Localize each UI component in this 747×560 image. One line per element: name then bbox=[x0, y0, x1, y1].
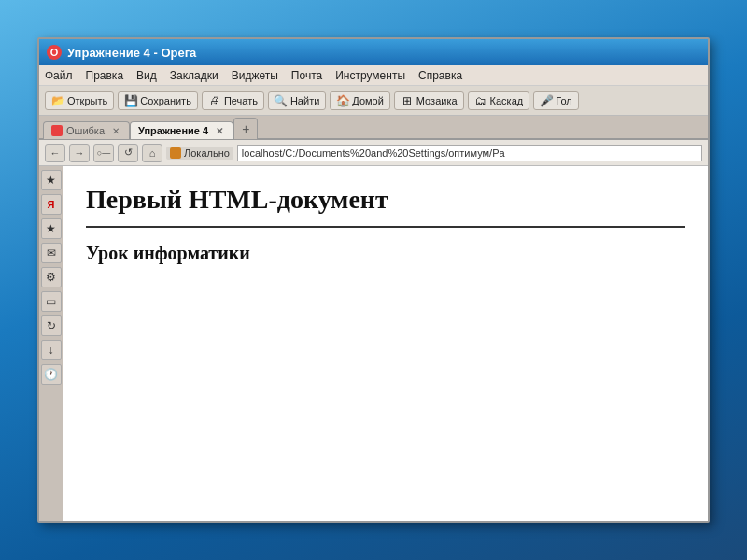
mosaic-button[interactable]: ⊞ Мозаика bbox=[394, 91, 464, 110]
menu-tools[interactable]: Инструменты bbox=[335, 69, 405, 82]
open-button[interactable]: 📂 Открыть bbox=[45, 91, 114, 110]
search-icon: 🔍 bbox=[275, 94, 288, 107]
sidebar-btn-settings[interactable]: ⚙ bbox=[41, 267, 62, 287]
main-area: ★ Я ★ ✉ ⚙ ▭ ↻ ↓ 🕐 Первый HTML-документ У… bbox=[39, 166, 708, 521]
mosaic-icon: ⊞ bbox=[401, 94, 414, 107]
tab-close-exercise[interactable]: ✕ bbox=[216, 126, 223, 136]
toolbar: 📂 Открыть 💾 Сохранить 🖨 Печать 🔍 Найти 🏠… bbox=[39, 86, 708, 116]
tab-exercise[interactable]: Упражнение 4 ✕ bbox=[130, 121, 233, 139]
side-panel: ★ Я ★ ✉ ⚙ ▭ ↻ ↓ 🕐 bbox=[39, 166, 63, 521]
sidebar-btn-favorites[interactable]: ★ bbox=[41, 218, 62, 239]
save-button[interactable]: 💾 Сохранить bbox=[118, 91, 198, 110]
print-icon: 🖨 bbox=[208, 94, 221, 107]
save-icon: 💾 bbox=[124, 94, 137, 107]
page-heading: Первый HTML-документ bbox=[86, 185, 685, 215]
tab-close-error[interactable]: ✕ bbox=[112, 126, 120, 136]
back-button[interactable]: ← bbox=[45, 144, 65, 162]
menu-help[interactable]: Справка bbox=[418, 69, 462, 82]
open-icon: 📂 bbox=[51, 94, 64, 107]
sidebar-btn-sync[interactable]: ↻ bbox=[41, 315, 62, 336]
lock-button[interactable]: ○— bbox=[93, 144, 114, 162]
cascade-button[interactable]: 🗂 Каскад bbox=[468, 91, 530, 110]
sidebar-btn-panel[interactable]: ▭ bbox=[41, 291, 62, 312]
sidebar-btn-mail[interactable]: ✉ bbox=[41, 243, 62, 263]
print-button[interactable]: 🖨 Печать bbox=[202, 91, 264, 110]
cascade-icon: 🗂 bbox=[474, 94, 487, 107]
menu-file[interactable]: Файл bbox=[45, 69, 73, 82]
page-content: Первый HTML-документ Урок информатики bbox=[63, 166, 708, 521]
menu-widgets[interactable]: Виджеты bbox=[232, 69, 278, 82]
tab-bar: Ошибка ✕ Упражнение 4 ✕ + bbox=[39, 116, 708, 140]
home-button[interactable]: 🏠 Домой bbox=[330, 91, 390, 110]
error-tab-icon bbox=[51, 125, 63, 136]
address-bar: ← → ○— ↺ ⌂ Локально bbox=[39, 140, 708, 166]
browser-window: O Упражнение 4 - Орега Файл Правка Вид З… bbox=[37, 37, 710, 523]
forward-button[interactable]: → bbox=[69, 144, 90, 162]
menu-mail[interactable]: Почта bbox=[291, 69, 322, 82]
page-divider bbox=[86, 226, 685, 228]
browser-logo: O bbox=[47, 45, 62, 60]
address-input[interactable] bbox=[237, 145, 702, 161]
home-nav-button[interactable]: ⌂ bbox=[142, 144, 162, 162]
menu-bookmarks[interactable]: Закладки bbox=[170, 69, 218, 82]
title-bar: O Упражнение 4 - Орега bbox=[39, 39, 708, 65]
window-title: Упражнение 4 - Орега bbox=[67, 46, 196, 60]
sidebar-btn-yandex[interactable]: Я bbox=[41, 194, 62, 215]
voice-button[interactable]: 🎤 Гол bbox=[533, 91, 579, 110]
menu-bar: Файл Правка Вид Закладки Виджеты Почта И… bbox=[39, 65, 708, 86]
sidebar-btn-download[interactable]: ↓ bbox=[41, 340, 62, 360]
sidebar-btn-bookmarks[interactable]: ★ bbox=[41, 170, 62, 190]
locality-badge: Локально bbox=[166, 147, 233, 160]
find-button[interactable]: 🔍 Найти bbox=[268, 91, 326, 110]
sidebar-btn-history[interactable]: 🕐 bbox=[41, 364, 62, 385]
locality-icon bbox=[170, 147, 181, 159]
tab-add-button[interactable]: + bbox=[233, 118, 258, 139]
menu-edit[interactable]: Правка bbox=[86, 69, 124, 82]
mic-icon: 🎤 bbox=[540, 94, 553, 107]
tab-error[interactable]: Ошибка ✕ bbox=[43, 121, 130, 139]
page-subheading: Урок информатики bbox=[86, 243, 685, 264]
home-icon: 🏠 bbox=[336, 94, 349, 107]
reload-button[interactable]: ↺ bbox=[118, 144, 138, 162]
menu-view[interactable]: Вид bbox=[136, 69, 157, 82]
